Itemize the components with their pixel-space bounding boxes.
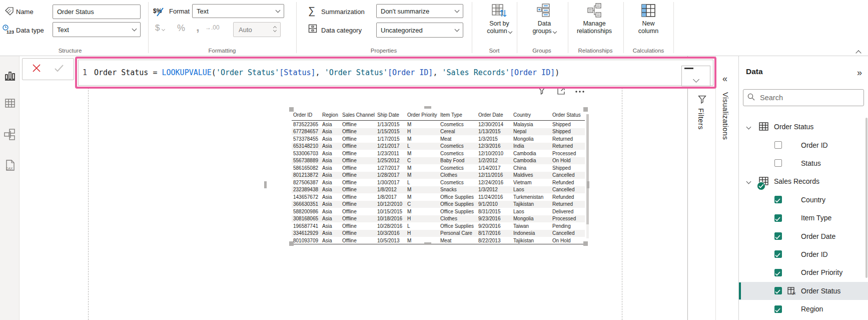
table-cell: Taiwan: [512, 223, 551, 229]
field-row-order-priority[interactable]: Order Priority: [739, 263, 868, 281]
field-checkbox[interactable]: [774, 287, 782, 294]
field-row-item-type[interactable]: Item Type: [739, 209, 868, 227]
data-category-select[interactable]: Uncategorized: [376, 23, 463, 38]
format-select[interactable]: Text: [192, 4, 284, 18]
chevron-down-icon[interactable]: [746, 179, 751, 184]
table-cell: Asia: [321, 129, 341, 134]
column-header[interactable]: Ship Date: [376, 112, 406, 118]
cancel-x-icon[interactable]: [32, 64, 41, 75]
chevrons-left-icon[interactable]: «: [722, 74, 727, 83]
model-view-icon[interactable]: [4, 128, 17, 141]
visualizations-pane-collapsed[interactable]: « Visualizations: [715, 56, 738, 320]
field-row-order-id[interactable]: Order ID: [739, 245, 868, 263]
resize-handle[interactable]: [583, 107, 588, 112]
formula-input[interactable]: 1 Order Status = LOOKUPVALUE('Order Stat…: [78, 60, 713, 86]
column-header[interactable]: Order Priority: [406, 112, 439, 118]
table-row[interactable]: 143657672AsiaOffline1/8/2017MOffice Supp…: [292, 193, 585, 201]
table-row[interactable]: 801093709AsiaOffline10/5/2013MMeat8/22/2…: [292, 237, 585, 244]
dax-query-view-icon[interactable]: DAX: [4, 159, 17, 172]
data-groups-button[interactable]: Datagroups: [520, 1, 568, 35]
search-box[interactable]: [743, 89, 864, 106]
field-row-order-id[interactable]: Order ID: [739, 136, 868, 154]
chevron-down-icon[interactable]: [746, 124, 751, 129]
resize-handle[interactable]: [424, 242, 431, 245]
table-row[interactable]: 586165082AsiaOffline1/27/2017MCosmetics1…: [292, 164, 585, 172]
table-row[interactable]: 366630351AsiaOffline10/12/2010COffice Su…: [292, 201, 585, 208]
data-type-select[interactable]: Text: [53, 22, 141, 37]
resize-handle[interactable]: [264, 181, 267, 188]
table-row[interactable]: 873522365AsiaOffline1/13/2015MCosmetics1…: [292, 121, 585, 128]
data-pane-scrollbar[interactable]: [865, 118, 867, 278]
table-row[interactable]: 653148210AsiaOffline1/21/2017LCosmetics1…: [292, 143, 585, 150]
chevrons-right-icon[interactable]: »: [857, 68, 862, 77]
decimal-places-icon[interactable]: →.00: [205, 24, 220, 31]
table-row[interactable]: 677284657AsiaOffline1/15/2015HCereal1/13…: [292, 128, 585, 136]
field-checkbox[interactable]: [774, 250, 782, 258]
table-row[interactable]: 232389438AsiaOffline1/8/2012MSnacks1/3/2…: [292, 186, 585, 194]
table-row[interactable]: 196587741AsiaOffline10/28/2016LOffice Su…: [292, 222, 585, 230]
table-scrollbar[interactable]: [586, 114, 589, 238]
table-row[interactable]: 334612929AsiaOffline10/3/2016HPersonal C…: [292, 230, 585, 237]
field-row-region[interactable]: Region: [739, 300, 868, 318]
resize-handle[interactable]: [424, 106, 431, 109]
data-category-icon: [308, 24, 317, 35]
column-header[interactable]: Sales Channel: [341, 112, 376, 118]
data-table-row-sales-records[interactable]: Sales Records: [739, 172, 868, 190]
percent-format-icon[interactable]: %: [177, 23, 185, 34]
table-row[interactable]: 588200986AsiaOffline10/15/2015MOffice Su…: [292, 208, 585, 215]
column-header[interactable]: Order ID: [292, 112, 321, 118]
field-row-order-date[interactable]: Order Date: [739, 227, 868, 245]
filters-pane-collapsed[interactable]: Filters: [687, 56, 715, 320]
table-row[interactable]: 308168065AsiaOffline10/18/2016HClothes9/…: [292, 215, 585, 223]
formula-expander[interactable]: [681, 66, 710, 86]
resize-handle[interactable]: [583, 241, 588, 246]
resize-handle[interactable]: [289, 107, 294, 112]
field-row-status[interactable]: Status: [739, 154, 868, 172]
manage-relationships-button[interactable]: Managerelationships: [570, 1, 618, 35]
field-checkbox[interactable]: [774, 269, 782, 276]
table-cell: Office Supplies: [439, 194, 477, 200]
button-label-line: Data: [520, 20, 568, 28]
column-header[interactable]: Region: [321, 112, 341, 118]
resize-dash-icon[interactable]: [684, 68, 693, 69]
report-view-icon[interactable]: [4, 69, 17, 82]
name-tag-icon: [5, 7, 14, 18]
table-view-icon[interactable]: [4, 97, 17, 110]
table-row[interactable]: 801213872AsiaOffline1/28/2017MClothes12/…: [292, 172, 585, 179]
table-row[interactable]: 556738889AsiaOffline1/25/2012CBaby Food1…: [292, 157, 585, 165]
name-input[interactable]: [57, 8, 136, 16]
field-row-country[interactable]: Country: [739, 191, 868, 209]
field-checkbox[interactable]: [774, 305, 782, 313]
table-row[interactable]: 573378455AsiaOffline1/17/2015MMeat1/3/20…: [292, 135, 585, 143]
field-checkbox[interactable]: [774, 196, 782, 203]
column-header[interactable]: Order Date: [477, 112, 512, 118]
column-header[interactable]: Order Status: [551, 112, 582, 118]
column-header[interactable]: Country: [512, 112, 551, 118]
new-column-button[interactable]: Newcolumn: [624, 1, 672, 35]
table-cell: Vietnam: [512, 180, 551, 185]
field-checkbox[interactable]: [774, 214, 782, 222]
field-checkbox[interactable]: [774, 232, 782, 240]
field-checkbox[interactable]: [774, 159, 782, 167]
table-row[interactable]: 533006703AsiaOffline1/23/2011MCosmetics1…: [292, 150, 585, 157]
search-input[interactable]: [759, 93, 859, 102]
column-header[interactable]: Item Type: [439, 112, 477, 118]
button-label-line: column: [475, 28, 523, 35]
table-cell: 9/20/2016: [477, 223, 512, 229]
field-checkbox[interactable]: [774, 141, 782, 149]
data-table-row-order-status[interactable]: Order Status: [739, 118, 868, 136]
field-row-order-status[interactable]: fxOrder Status: [739, 282, 868, 300]
summarization-select[interactable]: Don't summarize: [376, 4, 463, 18]
table-visual[interactable]: Order IDRegionSales ChannelShip DateOrde…: [264, 106, 589, 245]
sort-by-column-button[interactable]: Sort bycolumn: [475, 1, 523, 35]
decimal-places-input[interactable]: [238, 26, 274, 34]
thousands-separator-icon[interactable]: ,: [196, 20, 200, 34]
commit-check-icon[interactable]: [54, 64, 64, 74]
table-cell: Asia: [321, 122, 341, 127]
resize-handle[interactable]: [587, 181, 589, 188]
powerbi-window: Name 123 Data type Text $% Format Text $…: [0, 0, 868, 320]
resize-handle[interactable]: [289, 241, 294, 246]
currency-format-icon[interactable]: $: [155, 23, 165, 33]
stepper-icons[interactable]: [274, 28, 276, 32]
table-row[interactable]: 827506387AsiaOffline1/30/2017LCosmetics1…: [292, 179, 585, 186]
